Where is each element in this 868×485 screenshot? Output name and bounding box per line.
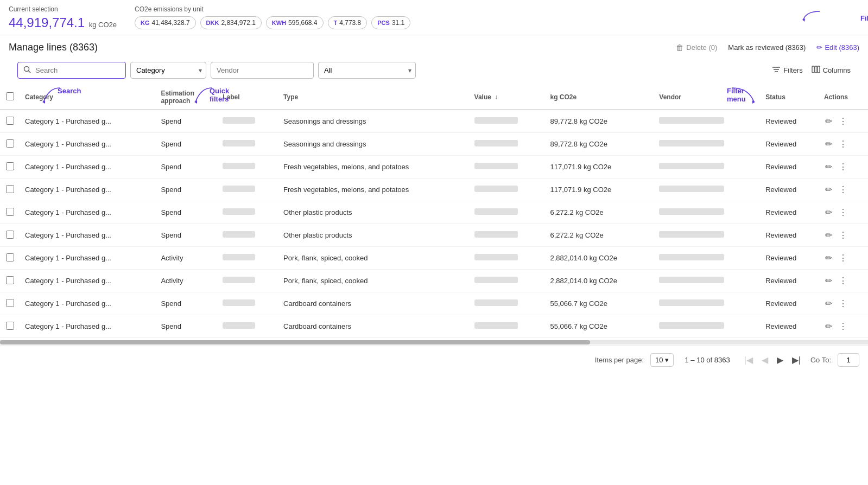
more-options-button[interactable]: ⋮ (838, 320, 848, 333)
search-box[interactable] (17, 62, 126, 79)
row-checkbox-cell[interactable] (0, 292, 20, 315)
row-checkbox[interactable] (6, 253, 14, 261)
row-checkbox[interactable] (6, 276, 14, 284)
more-options-button[interactable]: ⋮ (838, 115, 848, 127)
scrollbar-thumb[interactable] (0, 340, 590, 344)
row-category: Category 1 - Purchased g... (20, 133, 155, 156)
emissions-label: CO2e emissions by unit (135, 5, 859, 13)
current-selection-number: 44,919,774.1 (9, 15, 85, 30)
row-checkbox-cell[interactable] (0, 224, 20, 247)
next-page-button[interactable]: ▶ (774, 353, 787, 367)
delete-button[interactable]: 🗑 Delete (0) (676, 43, 717, 52)
edit-row-button[interactable]: ✏ (824, 297, 833, 310)
all-select[interactable]: All (318, 62, 416, 79)
edit-all-button[interactable]: ✏ Edit (8363) (816, 43, 859, 52)
row-status: Reviewed (760, 292, 819, 315)
row-checkbox-cell[interactable] (0, 247, 20, 270)
edit-row-button[interactable]: ✏ (824, 275, 833, 287)
more-options-button[interactable]: ⋮ (838, 183, 848, 196)
edit-row-button[interactable]: ✏ (824, 252, 833, 264)
last-page-button[interactable]: ▶| (789, 353, 804, 367)
edit-row-button[interactable]: ✏ (824, 206, 833, 219)
select-all-header[interactable] (0, 85, 20, 110)
row-checkbox-cell[interactable] (0, 133, 20, 156)
more-options-button[interactable]: ⋮ (838, 206, 848, 219)
row-checkbox[interactable] (6, 139, 14, 148)
pagination-bar: Items per page: 10 ▾ 1 – 10 of 8363 |◀ ◀… (0, 346, 868, 374)
row-actions: ✏ ⋮ (819, 247, 868, 270)
row-label (217, 110, 278, 133)
edit-row-button[interactable]: ✏ (824, 320, 833, 333)
category-filter[interactable]: Category ▾ (130, 62, 206, 79)
row-type: Fresh vegetables, melons, and potatoes (278, 156, 469, 178)
more-options-button[interactable]: ⋮ (838, 229, 848, 241)
row-checkbox[interactable] (6, 231, 14, 239)
row-checkbox[interactable] (6, 299, 14, 307)
row-kg-co2e: 55,066.7 kg CO2e (544, 292, 654, 315)
header-actions: 🗑 Delete (0) Mark as reviewed (8363) ✏ E… (676, 43, 859, 52)
row-checkbox[interactable] (6, 322, 14, 330)
row-checkbox[interactable] (6, 208, 14, 216)
edit-row-button[interactable]: ✏ (824, 138, 833, 150)
filters-button[interactable]: Filters (772, 66, 802, 75)
table-row: Category 1 - Purchased g... Spend Other … (0, 224, 868, 247)
status-badge: Reviewed (765, 208, 796, 216)
table-container: Category Estimationapproach Label Type V… (0, 85, 868, 340)
items-per-page-select[interactable]: 10 ▾ (650, 353, 674, 367)
more-options-button[interactable]: ⋮ (838, 161, 848, 173)
row-type: Cardboard containers (278, 315, 469, 338)
all-filter[interactable]: All ▾ (318, 62, 416, 79)
row-checkbox-cell[interactable] (0, 110, 20, 133)
status-badge: Reviewed (765, 299, 796, 308)
emission-val-pcs: 31.1 (392, 19, 404, 27)
top-bar: Current selection 44,919,774.1 kg CO2e C… (0, 0, 868, 35)
filters-row: Category ▾ All ▾ (9, 58, 859, 83)
more-options-button[interactable]: ⋮ (838, 297, 848, 310)
row-type: Seasonings and dressings (278, 110, 469, 133)
emission-tag-kg[interactable]: KG 41,484,328.7 (135, 16, 196, 29)
row-category: Category 1 - Purchased g... (20, 224, 155, 247)
edit-row-button[interactable]: ✏ (824, 183, 833, 196)
goto-input[interactable] (838, 353, 859, 367)
search-input[interactable] (35, 66, 106, 74)
row-checkbox[interactable] (6, 162, 14, 170)
action-icons: ✏ ⋮ (824, 297, 863, 310)
row-checkbox-cell[interactable] (0, 315, 20, 338)
row-checkbox-cell[interactable] (0, 270, 20, 292)
row-kg-co2e: 117,071.9 kg CO2e (544, 178, 654, 201)
prev-page-button[interactable]: ◀ (758, 353, 771, 367)
action-icons: ✏ ⋮ (824, 229, 863, 241)
horizontal-scrollbar[interactable] (0, 340, 868, 344)
row-checkbox-cell[interactable] (0, 201, 20, 224)
emission-tag-t[interactable]: T 4,773.8 (328, 16, 368, 29)
more-options-button[interactable]: ⋮ (838, 275, 848, 287)
category-select[interactable]: Category (130, 62, 206, 79)
more-options-button[interactable]: ⋮ (838, 138, 848, 150)
vendor-input[interactable] (211, 62, 314, 79)
emission-tag-pcs[interactable]: PCS 31.1 (371, 16, 410, 29)
edit-row-button[interactable]: ✏ (824, 161, 833, 173)
columns-button[interactable]: Columns (812, 66, 851, 75)
row-status: Reviewed (760, 247, 819, 270)
row-category: Category 1 - Purchased g... (20, 178, 155, 201)
select-all-checkbox[interactable] (6, 92, 14, 100)
more-options-button[interactable]: ⋮ (838, 252, 848, 264)
first-page-button[interactable]: |◀ (741, 353, 756, 367)
row-status: Reviewed (760, 315, 819, 338)
emission-tag-kwh[interactable]: KWH 595,668.4 (266, 16, 324, 29)
emission-val-kwh: 595,668.4 (288, 19, 317, 27)
row-estimation: Spend (155, 156, 217, 178)
row-vendor (654, 178, 760, 201)
column-header-value[interactable]: Value ↓ (469, 85, 545, 110)
row-checkbox[interactable] (6, 117, 14, 125)
row-checkbox-cell[interactable] (0, 178, 20, 201)
row-checkbox-cell[interactable] (0, 156, 20, 178)
row-checkbox[interactable] (6, 185, 14, 193)
emission-tag-dkk[interactable]: DKK 2,834,972.1 (200, 16, 262, 29)
edit-row-button[interactable]: ✏ (824, 229, 833, 241)
row-kg-co2e: 6,272.2 kg CO2e (544, 201, 654, 224)
column-header-actions: Actions (819, 85, 868, 110)
edit-row-button[interactable]: ✏ (824, 115, 833, 127)
row-kg-co2e: 89,772.8 kg CO2e (544, 133, 654, 156)
mark-as-reviewed-button[interactable]: Mark as reviewed (8363) (728, 43, 806, 52)
